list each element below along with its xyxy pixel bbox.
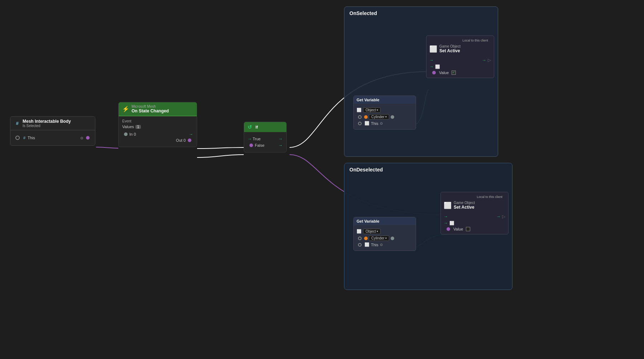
mesh-this-port: # This ⊙ [14,135,91,141]
getvar-sel-node: Get Variable ⬜ Object ▾ Cylinder ▾ [353,96,416,130]
value-label-desel: Value [453,227,463,231]
in-port-dot[interactable] [124,132,128,136]
true-port: → True → [248,136,283,141]
ms-brand: Microsoft Mesh [132,105,169,108]
gameobj-value-sel: Value [429,71,491,75]
ms-event: On State Changed [132,108,169,113]
cube-icon-sel: ⬜ [357,108,362,112]
object-label-sel: Object [366,108,376,112]
cylinder-dropdown-desel[interactable]: Cylinder ▾ [369,236,389,241]
ms-mesh-node: ⚡ Microsoft Mesh On State Changed Event … [118,102,197,147]
obj-arrow-desel: → [444,220,448,225]
getvar-object-row: ⬜ Object ▾ [357,107,413,113]
getvar-desel-title: Get Variable [357,219,380,223]
clock-desel: ⊙ [380,243,383,247]
getvar-object-row-desel: ⬜ Object ▾ [357,229,413,234]
false-in-dot[interactable] [249,144,253,147]
getvar-desel-node: Get Variable ⬜ Object ▾ Cylinder ▾ [353,217,416,251]
this-label-desel: This [371,243,378,247]
local-tag-sel: Local to this client [462,38,491,42]
gray-dot-desel [391,237,394,240]
orange-dot-desel [364,237,368,240]
onselected-title: OnSelected [344,7,498,18]
exec-out-arrow-desel: → [496,214,501,219]
gameobj-value-desel: Value [444,227,505,231]
clock-sel: ⊙ [380,121,383,125]
this-port-sel [358,122,362,125]
chevron-desel: ▾ [377,230,378,233]
gameobj-desel-node: Local to this client ⬜ Game Object Set A… [440,192,509,234]
cyl-port-sel [358,115,362,119]
ondeselected-title: OnDeselected [344,163,512,175]
cube-icon-desel: ⬜ [357,229,362,234]
obj-arrow-sel: → [429,64,434,69]
out0-port: Out 0 [122,138,193,142]
checked-box-sel[interactable] [452,71,456,75]
this-row-sel: ⬜ This ⊙ [357,121,413,126]
chevron-sel: ▾ [377,108,378,112]
exec-in-arrow-sel: → [429,58,434,63]
true-out-arrow: → [278,136,283,141]
cube-gameobj-sel: ⬜ [429,45,437,53]
cylinder-dropdown-sel[interactable]: Cylinder ▾ [369,114,389,120]
mesh-body-node: # Mesh Interactable Body Is Selected # T… [10,116,95,146]
gameobj-exec-in-sel: → → ▷ [429,58,491,63]
cube-gameobj-desel: ⬜ [444,202,452,209]
gameobj-brand-desel: Game Object [454,201,475,205]
node-canvas[interactable]: # Mesh Interactable Body Is Selected # T… [0,0,644,359]
cylinder-label-sel: Cylinder [371,115,385,119]
arrow-right-icon: → [189,132,193,137]
gameobj-exec-in-desel: → → ▷ [444,214,505,219]
bolt-icon: ⚡ [122,106,129,112]
gameobj-sel-node: Local to this client ⬜ Game Object Set A… [426,35,494,78]
ondeselected-panel: OnDeselected Get Variable ⬜ Object ▾ [344,163,512,290]
clock-icon: ⊙ [80,136,83,140]
play-icon-sel: ▷ [488,58,491,63]
values-count: 1 [135,125,141,129]
true-in-arrow: → [248,136,252,141]
cyl-port-desel [358,237,362,240]
cube-obj-sel: ⬜ [435,64,440,69]
play-icon-desel: ▷ [502,214,505,219]
false-port: False → [248,143,283,148]
exec-in-arrow-desel: → [444,214,448,219]
if-label: If [256,125,258,129]
chevron-cyl-sel: ▾ [385,115,387,118]
cylinder-row-sel: Cylinder ▾ [357,114,413,120]
refresh-icon: ↺ [248,124,252,130]
purple-port[interactable] [86,136,90,140]
false-out-arrow: → [278,143,283,148]
port-circle [15,136,20,140]
unchecked-box-desel[interactable] [466,227,470,231]
gameobj-title-desel: Set Active [454,205,475,210]
local-tag-desel: Local to this client [477,194,505,199]
event-type: Event [122,119,193,123]
this-port-desel [358,243,362,247]
this-label: This [28,136,35,140]
gameobj-brand-sel: Game Object [439,44,461,48]
mesh-body-title: Mesh Interactable Body [23,119,71,124]
cube-this-sel: ⬜ [364,121,369,126]
orange-dot-sel [364,115,368,119]
false-label: False [255,143,264,147]
hash-icon-2: # [21,135,28,141]
hash-icon: # [14,120,20,127]
out-port-dot[interactable] [188,139,191,142]
cylinder-label-desel: Cylinder [371,236,385,240]
value-dot-sel [432,71,436,74]
value-label-sel: Value [439,71,449,75]
gray-dot-sel [391,115,394,119]
object-dropdown-sel[interactable]: Object ▾ [363,107,381,113]
in0-port: In 0 → [122,132,193,137]
onselected-panel: OnSelected Get Variable ⬜ Object ▾ [344,6,498,157]
exec-out-arrow-sel: → [482,58,486,63]
mesh-body-subtitle: Is Selected [23,124,71,128]
values-label: Values [122,125,134,129]
cube-obj-desel: ⬜ [449,221,454,225]
getvar-sel-title: Get Variable [357,98,380,102]
object-label-desel: Object [366,229,376,233]
this-row-desel: ⬜ This ⊙ [357,242,413,247]
gameobj-obj-sel: → ⬜ [429,64,491,69]
getvar-desel-header: Get Variable [354,217,416,225]
object-dropdown-desel[interactable]: Object ▾ [363,229,381,234]
